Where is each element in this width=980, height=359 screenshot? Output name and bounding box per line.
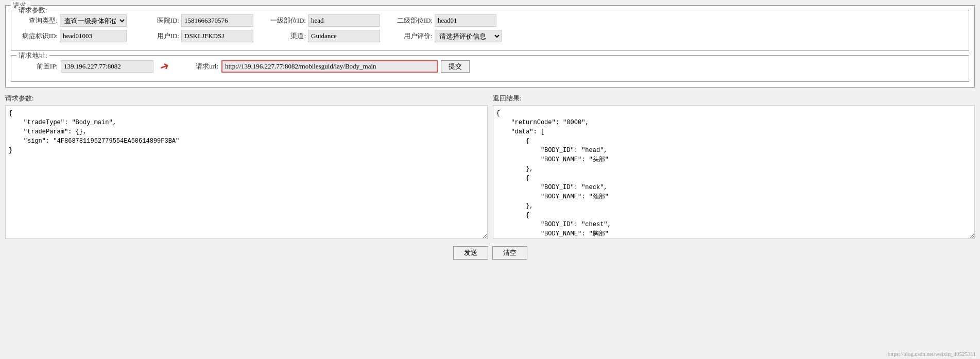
params-subsection-label: 请求参数: <box>16 6 49 15</box>
request-params-panel: 请求参数: { "tradeType": "Body_main", "trade… <box>5 94 488 241</box>
address-section-label: 请求地址: <box>16 51 49 60</box>
level2-id-label: 二级部位ID: <box>391 16 433 25</box>
request-params-title: 请求参数: <box>5 94 488 103</box>
disease-id-group: 病症标识ID: <box>16 30 127 42</box>
response-textarea[interactable]: { "returnCode": "0000", "data": [ { "BOD… <box>493 105 975 239</box>
user-id-label: 用户ID: <box>138 31 179 41</box>
user-review-label: 用户评价: <box>391 31 433 41</box>
user-review-group: 用户评价: 请选择评价信息 <box>391 30 502 42</box>
level2-id-group: 二级部位ID: <box>391 14 496 27</box>
disease-id-input[interactable] <box>60 30 127 42</box>
action-buttons: 发送 清空 <box>5 246 975 260</box>
level1-id-input[interactable] <box>308 14 380 27</box>
params-row2: 病症标识ID: 用户ID: 渠道: 用户评价: 请选择评价信息 <box>16 30 964 42</box>
url-label: 请求url: <box>177 62 218 71</box>
bottom-area: 请求参数: { "tradeType": "Body_main", "trade… <box>5 94 975 241</box>
send-button[interactable]: 发送 <box>453 246 488 260</box>
query-type-label: 查询类型: <box>16 16 58 25</box>
query-type-group: 查询类型: 查询一级身体部位 <box>16 14 127 27</box>
hospital-id-input[interactable] <box>181 14 253 27</box>
address-subsection: 请求地址: 前置IP: ➜ 请求url: 提交 <box>11 55 969 82</box>
disease-id-label: 病症标识ID: <box>16 31 58 41</box>
response-title: 返回结果: <box>493 94 975 103</box>
ip-input[interactable] <box>61 60 153 73</box>
address-row: 前置IP: ➜ 请求url: 提交 <box>16 60 964 73</box>
channel-label: 渠道: <box>265 31 306 41</box>
user-id-group: 用户ID: <box>138 30 253 42</box>
query-type-select[interactable]: 查询一级身体部位 <box>60 14 127 27</box>
url-input[interactable] <box>221 60 438 73</box>
submit-button[interactable]: 提交 <box>441 60 470 73</box>
channel-group: 渠道: <box>265 30 380 42</box>
params-row1: 查询类型: 查询一级身体部位 医院ID: 一级部位ID: 二级部位ID: <box>16 14 964 27</box>
hospital-id-label: 医院ID: <box>138 16 179 25</box>
request-section: 请求: 请求参数: 查询类型: 查询一级身体部位 医院ID: 一级部位ID: 二… <box>5 5 975 88</box>
level1-id-group: 一级部位ID: <box>265 14 380 27</box>
hospital-id-group: 医院ID: <box>138 14 253 27</box>
response-panel: 返回结果: { "returnCode": "0000", "data": [ … <box>493 94 975 241</box>
user-id-input[interactable] <box>181 30 253 42</box>
params-subsection: 请求参数: 查询类型: 查询一级身体部位 医院ID: 一级部位ID: 二级部位I… <box>11 10 969 51</box>
arrow-icon: ➜ <box>158 59 171 75</box>
channel-input[interactable] <box>308 30 380 42</box>
level1-id-label: 一级部位ID: <box>265 16 306 25</box>
user-review-select[interactable]: 请选择评价信息 <box>435 30 502 42</box>
request-params-textarea[interactable]: { "tradeType": "Body_main", "tradeParam"… <box>5 105 488 239</box>
ip-label: 前置IP: <box>16 62 58 71</box>
level2-id-input[interactable] <box>435 14 496 27</box>
clear-button[interactable]: 清空 <box>492 246 527 260</box>
